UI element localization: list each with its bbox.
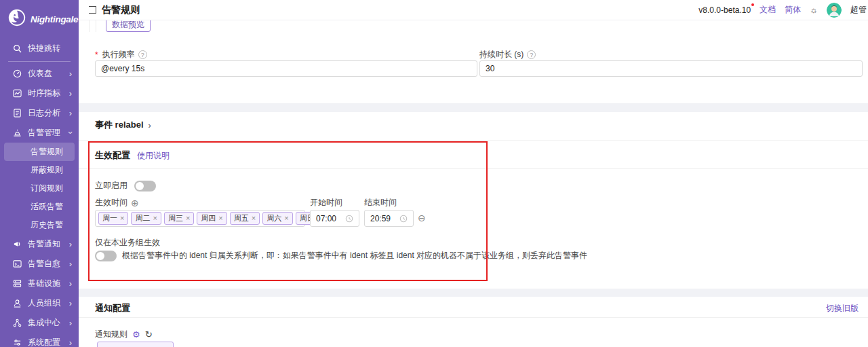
sidebar-item-label: 告警通知 [28,238,60,250]
sidebar-item-label: 屏蔽规则 [31,164,63,176]
toggle-knob [136,182,144,190]
close-icon[interactable]: × [252,215,256,222]
nested-panel-border [96,20,96,32]
enable-now-label: 立即启用 [95,180,127,191]
business-group-only-label: 仅在本业务组生效 [95,237,160,249]
topbar-right-cluster: v8.0.0-beta.10 文档 简体 ☼ 超管 [698,3,867,18]
clock-icon [399,215,408,223]
sidebar-item-alert-notification[interactable]: 告警通知 › [0,234,79,254]
notification-rule-tag[interactable] [97,342,174,347]
exec-frequency-label: * 执行频率 ? [95,49,147,60]
sidebar-item-quick-jump[interactable]: 快捷跳转 [0,39,79,58]
chevron-right-icon: › [69,89,72,98]
chevron-right-icon: › [69,299,72,308]
close-icon[interactable]: × [218,215,222,222]
weekday-multiselect[interactable]: 周一× 周二× 周三× 周四× 周五× 周六× 周日× [95,210,305,227]
rule-config-card: 数据预览 * 执行频率 ? 持续时长 (s) ? @every 15s 30 [79,20,868,103]
username-label[interactable]: 超管 [850,4,867,16]
version-badge[interactable]: v8.0.0-beta.10 [698,5,751,15]
sidebar-item-label: 人员组织 [28,297,60,309]
refresh-icon[interactable]: ↻ [145,329,153,340]
close-icon[interactable]: × [120,215,124,222]
weekday-tag[interactable]: 周三× [164,212,194,225]
chevron-right-icon: › [69,259,72,268]
chevron-right-icon: › [69,318,72,327]
plus-circle-icon[interactable]: ⊕ [131,198,139,208]
sidebar-item-alert-management[interactable]: 告警管理 › [0,123,79,143]
logo-text: Nightingale [31,14,78,24]
sidebar-item-history-alerts[interactable]: 历史告警 [0,216,79,234]
effective-time-label: 生效时间 ⊕ [95,197,139,208]
notification-config-card: 通知配置 切换旧版 通知规则 ⚙ ↻ [79,297,868,347]
sidebar-item-active-alerts[interactable]: 活跃告警 [0,198,79,216]
sidebar: Nightingale 快捷跳转 仪表盘 › 时序指标 › [0,0,79,347]
business-group-toggle[interactable] [95,251,117,261]
weekday-tag[interactable]: 周六× [262,212,292,225]
person-icon [12,299,22,308]
main-content: 数据预览 * 执行频率 ? 持续时长 (s) ? @every 15s 30 事… [79,20,868,347]
sidebar-item-metrics[interactable]: 时序指标 › [0,84,79,103]
duration-input[interactable]: 30 [479,60,863,77]
sidebar-item-dashboard[interactable]: 仪表盘 › [0,64,79,84]
help-icon[interactable]: ? [138,50,147,59]
gear-icon[interactable]: ⚙ [132,329,140,340]
docs-link[interactable]: 文档 [760,4,776,16]
chevron-right-icon: › [69,69,72,78]
notification-config-title: 通知配置 [95,302,130,314]
theme-sun-icon[interactable]: ☼ [810,5,818,15]
sidebar-item-mute-rules[interactable]: 屏蔽规则 [0,161,79,179]
exec-frequency-input[interactable]: @every 15s [95,60,477,77]
sidebar-item-alert-rules[interactable]: 告警规则 [4,143,75,161]
end-time-input[interactable]: 20:59 [364,210,414,227]
start-time-label: 开始时间 [310,197,342,208]
sidebar-item-system-config[interactable]: 系统配置 › [0,333,79,347]
sidebar-item-label: 告警管理 [28,127,60,139]
chevron-right-icon: › [69,240,72,249]
enable-now-toggle[interactable] [134,181,156,191]
weekday-tag[interactable]: 周五× [230,212,260,225]
weekday-tag[interactable]: 周二× [131,212,161,225]
sidebar-item-label: 仪表盘 [28,68,52,79]
sidebar-item-label: 订阅规则 [31,183,63,194]
collapse-sidebar-icon[interactable] [89,6,96,14]
avatar[interactable] [827,3,842,18]
logs-icon [12,109,22,118]
event-relabel-title: 事件 relabel [95,119,144,131]
sidebar-item-infrastructure[interactable]: 基础设施 › [0,274,79,293]
chevron-down-icon: › [66,131,75,134]
start-time-input[interactable]: 07:00 [310,210,359,227]
sidebar-item-logs[interactable]: 日志分析 › [0,103,79,123]
language-switch-link[interactable]: 简体 [785,4,801,16]
usage-help-link[interactable]: 使用说明 [137,150,170,162]
business-group-toggle-row: 根据告警事件中的 ident 归属关系判断，即：如果告警事件中有 ident 标… [95,250,587,261]
metrics-icon [12,89,22,98]
sidebar-item-label: 集成中心 [28,317,60,329]
sidebar-item-label: 快捷跳转 [28,43,60,54]
minus-circle-icon[interactable]: ⊖ [418,213,426,223]
sidebar-item-integration-center[interactable]: 集成中心 › [0,313,79,333]
alert-siren-icon [12,128,22,138]
event-relabel-section-header[interactable]: 事件 relabel › [95,119,151,131]
sidebar-item-label: 告警自愈 [28,258,60,270]
close-icon[interactable]: × [153,215,157,222]
sidebar-item-subscribe-rules[interactable]: 订阅规则 [0,179,79,198]
toggle-knob [96,252,104,260]
chevron-right-icon: › [69,279,72,288]
sidebar-item-label: 时序指标 [28,88,60,99]
close-icon[interactable]: × [284,215,288,222]
weekday-tag[interactable]: 周四× [197,212,226,225]
divider [79,140,868,141]
divider [79,168,868,169]
app-logo[interactable]: Nightingale [0,0,79,39]
sidebar-item-self-healing[interactable]: 告警自愈 › [0,254,79,274]
clock-icon [345,215,353,223]
notification-rule-row: 通知规则 ⚙ ↻ [95,329,153,340]
close-icon[interactable]: × [186,215,190,222]
nightingale-bird-icon [7,7,27,31]
data-preview-button[interactable]: 数据预览 [106,20,151,32]
enable-now-row: 立即启用 [95,180,156,191]
help-icon[interactable]: ? [527,50,536,59]
sidebar-item-organization[interactable]: 人员组织 › [0,293,79,313]
switch-old-version-link[interactable]: 切换旧版 [826,303,859,314]
weekday-tag[interactable]: 周一× [98,212,128,225]
